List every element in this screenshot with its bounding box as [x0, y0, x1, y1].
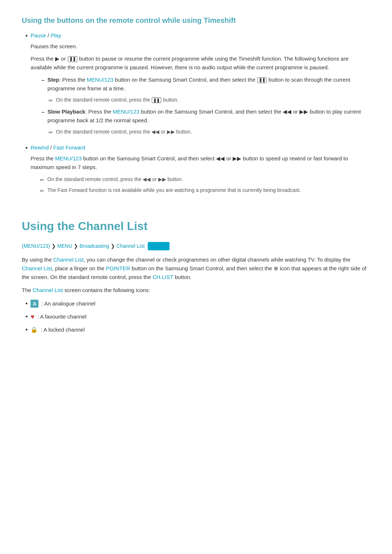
bullet-pause-play: • Pause / Play Pauses the screen. Press …	[25, 31, 370, 140]
channel-icon-list: • A : An analogue channel • ♥ : A favour…	[22, 299, 370, 335]
pencil-icon-slow: ✏	[49, 128, 53, 136]
rewind-ff-separator: /	[49, 144, 53, 151]
channel-list-link-2: Channel List	[22, 265, 52, 271]
menu-arrow-1: ❯	[52, 242, 56, 250]
dash-step-content: Step: Press the MENU/123 button on the S…	[48, 75, 370, 93]
bullet-dot-2: •	[25, 143, 28, 153]
icon-bullet-3: •	[25, 325, 28, 335]
menu-path-part1: (MENU/123)	[22, 242, 50, 250]
slow-term: Slow Playback	[48, 108, 85, 115]
dash-list-slow: – Slow Playback: Press the MENU/123 butt…	[41, 107, 370, 125]
section1-bullet-list: • Pause / Play Pauses the screen. Press …	[22, 31, 370, 199]
rewind-note-1: ✏ On the standard remote control, press …	[40, 175, 370, 184]
bullet-dot-1: •	[25, 31, 28, 41]
icon-bullet-2: •	[25, 312, 28, 322]
rewind-note-2-text: The Fast Forward function is not availab…	[47, 186, 301, 195]
note-step: ✏ On the standard remote control, press …	[49, 96, 370, 104]
play-label: Play	[50, 32, 61, 38]
rewind-note-2: ✏ The Fast Forward function is not avail…	[40, 186, 370, 195]
menu-path: (MENU/123) ❯ MENU ❯ Broadcasting ❯ Chann…	[22, 242, 370, 250]
locked-label: : A locked channel	[41, 325, 85, 334]
icon-analogue: • A : An analogue channel	[25, 299, 370, 309]
dash-slow: – Slow Playback: Press the MENU/123 butt…	[41, 107, 370, 125]
section1-title: Using the buttons on the remote control …	[22, 15, 370, 26]
menu-path-part2: MENU	[57, 242, 72, 250]
pause-btn-icon: ❚❚	[68, 56, 77, 62]
analogue-icon: A	[30, 300, 38, 308]
dash-list-pause: – Step: Press the MENU/123 button on the…	[41, 75, 370, 93]
menu123-ref-step: MENU/123	[87, 77, 113, 83]
channel-list-link-1: Channel List	[53, 257, 83, 263]
note-step-icon: ❚❚	[152, 97, 161, 103]
note-slow: ✏ On the standard remote control, press …	[49, 128, 370, 136]
note-step-text: On the standard remote control, press th…	[56, 96, 179, 104]
step-pause-icon: ❚❚	[257, 77, 267, 83]
lock-icon: 🔒	[30, 325, 38, 335]
rewind-note-container: ✏ On the standard remote control, press …	[40, 175, 370, 195]
favourite-label: : A favourite channel	[37, 312, 86, 321]
pointer-link: POINTER	[106, 265, 130, 271]
channel-list-body1: By using the Channel List, you can chang…	[22, 255, 370, 282]
note-list-step: ✏ On the standard remote control, press …	[49, 96, 370, 104]
try-now-badge[interactable]: Try Now	[148, 242, 170, 250]
dash-slow-content: Slow Playback: Press the MENU/123 button…	[48, 107, 370, 125]
rewind-ff-content: Rewind / Fast Forward Press the MENU/123…	[30, 143, 370, 199]
channel-list-body2: The Channel List screen contains the fol…	[22, 286, 370, 295]
heart-icon: ♥	[30, 312, 34, 322]
menu-path-part3: Broadcasting	[79, 242, 109, 250]
menu-path-part4: Channel List	[117, 242, 145, 250]
icon-locked: • 🔒 : A locked channel	[25, 325, 370, 335]
menu-arrow-2: ❯	[74, 242, 78, 250]
step-term: Step	[48, 77, 60, 83]
pencil-icon-step: ✏	[49, 97, 53, 104]
pause-body1: Pauses the screen.	[30, 42, 370, 51]
ff-label: Fast Forward	[53, 144, 85, 151]
pause-play-separator: /	[46, 32, 51, 38]
icon-favourite: • ♥ : A favourite channel	[25, 312, 370, 322]
dash-symbol-2: –	[41, 108, 44, 125]
chlist-link: CH.LIST	[152, 274, 173, 280]
menu123-ref-slow: MENU/123	[113, 108, 139, 115]
menu-arrow-3: ❯	[111, 242, 115, 250]
rewind-label: Rewind	[30, 144, 49, 151]
pause-body2: Press the ▶ or ❚❚ button to pause or res…	[30, 54, 370, 72]
pencil-icon-rewind-2: ✏	[40, 187, 44, 195]
dash-symbol-1: –	[41, 76, 44, 93]
channel-list-link-3: Channel List	[33, 287, 63, 293]
note-list-slow: ✏ On the standard remote control, press …	[49, 128, 370, 136]
note-slow-text: On the standard remote control, press th…	[56, 128, 192, 136]
pause-label: Pause	[30, 32, 46, 38]
icon-bullet-1: •	[25, 299, 28, 309]
pause-play-content: Pause / Play Pauses the screen. Press th…	[30, 31, 370, 140]
rewind-note-1-text: On the standard remote control, press th…	[47, 175, 183, 184]
rewind-body: Press the MENU/123 button on the Samsung…	[30, 154, 370, 172]
pencil-icon-rewind-1: ✏	[40, 176, 44, 184]
analogue-label: : An analogue channel	[41, 299, 95, 308]
dash-step: – Step: Press the MENU/123 button on the…	[41, 75, 370, 93]
bullet-rewind-ff: • Rewind / Fast Forward Press the MENU/1…	[25, 143, 370, 199]
menu123-ref-rewind: MENU/123	[55, 155, 82, 161]
section2-title: Using the Channel List	[22, 217, 370, 235]
